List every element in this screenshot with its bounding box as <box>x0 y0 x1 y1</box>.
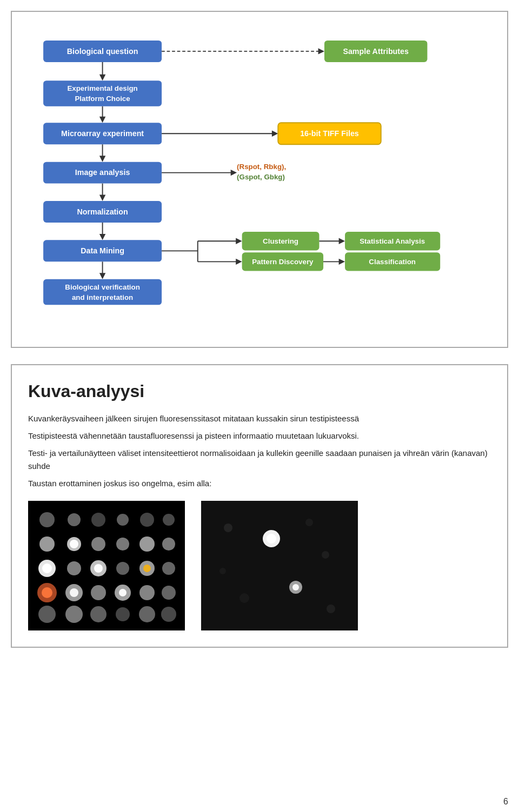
svg-point-79 <box>143 565 151 572</box>
svg-text:Data Mining: Data Mining <box>81 246 124 255</box>
section-title: Kuva-analyysi <box>28 381 491 401</box>
page: Biological question Experimental design … <box>0 0 519 812</box>
svg-text:Sample Attributes: Sample Attributes <box>343 47 409 56</box>
page-number: 6 <box>503 797 508 807</box>
microarray-svg-right <box>201 501 358 630</box>
svg-text:Normalization: Normalization <box>77 207 128 216</box>
svg-point-106 <box>305 519 313 526</box>
svg-point-76 <box>94 564 103 573</box>
svg-point-105 <box>219 568 226 574</box>
svg-text:16-bit TIFF Files: 16-bit TIFF Files <box>300 129 359 138</box>
svg-marker-55 <box>339 259 345 265</box>
svg-text:and interpretation: and interpretation <box>72 293 133 301</box>
svg-point-70 <box>139 536 155 552</box>
svg-marker-16 <box>99 195 105 201</box>
svg-text:Statistical Analysis: Statistical Analysis <box>360 237 425 245</box>
kuva-section: Kuva-analyysi Kuvankeräysvaiheen jälkeen… <box>11 364 508 648</box>
diagram-section: Biological question Experimental design … <box>11 11 508 348</box>
svg-marker-37 <box>231 170 237 176</box>
svg-text:Platform Choice: Platform Choice <box>75 95 130 103</box>
svg-point-59 <box>39 512 55 527</box>
svg-point-64 <box>163 514 175 526</box>
svg-text:Image analysis: Image analysis <box>75 168 130 177</box>
svg-marker-12 <box>99 156 105 162</box>
microarray-image-right <box>201 501 358 630</box>
microarray-svg-left <box>28 501 185 630</box>
svg-point-103 <box>239 593 249 603</box>
svg-marker-8 <box>99 117 105 123</box>
svg-text:(Rspot, Rbkg),: (Rspot, Rbkg), <box>237 163 286 171</box>
paragraph4: Taustan erottaminen joskus iso ongelma, … <box>28 477 491 490</box>
svg-point-77 <box>116 562 129 575</box>
svg-point-61 <box>91 513 105 527</box>
paragraph2: Testipisteestä vähennetään taustafluores… <box>28 430 491 442</box>
images-row <box>28 501 491 630</box>
svg-point-74 <box>67 561 81 575</box>
svg-point-92 <box>90 606 107 622</box>
svg-text:(Gspot, Gbkg): (Gspot, Gbkg) <box>237 173 285 181</box>
svg-point-73 <box>42 563 52 573</box>
svg-marker-43 <box>236 238 242 244</box>
svg-text:Classification: Classification <box>369 258 416 266</box>
svg-point-80 <box>162 562 175 575</box>
svg-point-60 <box>68 513 81 526</box>
svg-point-94 <box>139 606 155 622</box>
svg-point-69 <box>116 538 129 551</box>
svg-point-85 <box>91 585 106 600</box>
svg-text:Clustering: Clustering <box>263 237 298 245</box>
svg-point-67 <box>70 540 78 548</box>
svg-point-101 <box>224 524 232 532</box>
svg-point-63 <box>140 513 154 527</box>
svg-point-82 <box>42 587 52 598</box>
svg-point-65 <box>39 536 55 552</box>
svg-marker-33 <box>272 131 278 137</box>
diagram-container: Biological question Experimental design … <box>23 28 496 331</box>
svg-marker-45 <box>236 259 242 265</box>
svg-point-89 <box>162 586 176 600</box>
svg-point-102 <box>322 551 329 559</box>
svg-text:Microarray experiment: Microarray experiment <box>61 129 144 138</box>
svg-point-68 <box>91 537 105 551</box>
svg-point-62 <box>117 514 129 526</box>
svg-text:Biological verification: Biological verification <box>65 283 140 291</box>
paragraph3: Testi- ja vertailunäytteen väliset inten… <box>28 447 491 473</box>
svg-marker-20 <box>99 234 105 240</box>
svg-marker-24 <box>99 273 105 279</box>
svg-point-98 <box>267 534 276 543</box>
svg-point-87 <box>119 589 127 596</box>
paragraph1: Kuvankeräysvaiheen jälkeen sirujen fluor… <box>28 412 491 425</box>
svg-text:Biological question: Biological question <box>67 47 138 56</box>
svg-marker-29 <box>318 48 324 54</box>
microarray-image-left <box>28 501 185 630</box>
svg-text:Pattern Discovery: Pattern Discovery <box>252 258 314 266</box>
svg-point-71 <box>162 538 175 551</box>
svg-text:Experimental design: Experimental design <box>67 84 137 92</box>
svg-point-91 <box>65 606 83 623</box>
svg-point-84 <box>70 588 78 597</box>
flow-svg: Biological question Experimental design … <box>23 28 496 331</box>
svg-marker-51 <box>339 238 345 244</box>
svg-point-104 <box>327 605 335 613</box>
svg-point-88 <box>139 585 155 600</box>
svg-marker-3 <box>99 75 105 80</box>
svg-point-90 <box>38 606 56 623</box>
svg-point-100 <box>292 584 299 590</box>
svg-point-95 <box>161 607 176 622</box>
svg-point-93 <box>116 607 130 621</box>
